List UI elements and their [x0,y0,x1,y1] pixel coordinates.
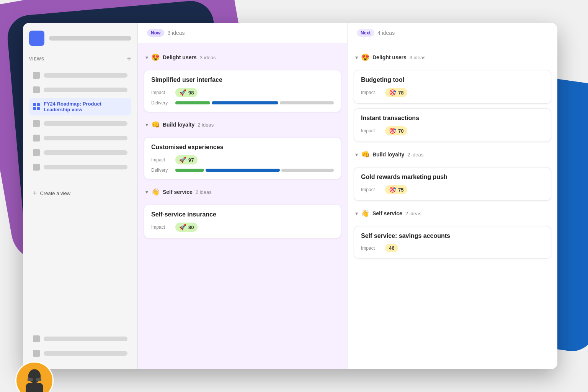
card-customised-experiences[interactable]: Customised experiences Impact 🚀 97 Deliv… [144,137,341,179]
delight-users-emoji: 😍 [151,53,160,62]
build-loyalty-name-next: Build loyalty [372,151,404,158]
card-customised-exp-impact-emoji: 🚀 [179,156,186,163]
sidebar-item-7[interactable] [29,161,131,174]
sidebar-bottom-divider [29,326,131,326]
card-self-service-ins-impact-badge: 🚀 80 [175,223,198,232]
now-column-header: Now 3 ideas [138,23,348,43]
card-instant-transactions[interactable]: Instant transactions Impact 🎯 70 [354,108,551,142]
card-customised-exp-title: Customised experiences [151,144,334,151]
sidebar-active-label: FY24 Roadmap: Product Leadership view [44,101,127,112]
group-self-service-header[interactable]: ▾ 👋 Self service 2 ideas [144,184,341,200]
sidebar-item-icon-1 [33,72,40,79]
sidebar-item-placeholder-5 [44,136,127,140]
sidebar-item-icon-5 [33,135,40,142]
main-content: Now 3 ideas Next 4 ideas ▾ 😍 Delight use… [138,23,557,369]
delivery-bar-blue-2 [206,169,280,172]
group-self-service-header-next[interactable]: ▾ 👋 Self service 2 ideas [354,205,551,221]
user-avatar[interactable] [15,361,54,392]
card-simplified-ui-impact-value: 98 [188,90,194,96]
delight-users-chevron-icon-next: ▾ [355,54,358,60]
delight-users-emoji-next: 😍 [361,53,369,62]
sidebar-bottom-item-1[interactable] [29,332,131,345]
card-self-service-ins-impact-label: Impact [151,224,172,230]
sidebar-bottom-placeholder-2 [44,351,127,356]
card-gold-rewards-impact-value: 75 [398,187,403,193]
card-customised-exp-impact-badge: 🚀 97 [175,155,198,164]
card-instant-trans-impact-label: Impact [361,128,382,133]
now-column: ▾ 😍 Delight users 3 ideas Simplified use… [138,43,348,369]
grid-icon [33,103,40,110]
now-badge: Now [147,29,164,37]
card-budgeting-tool-impact-badge: 🎯 78 [385,88,407,97]
views-section: VIEWS + FY24 Roadmap: Product Leadership… [29,55,131,314]
card-customised-exp-delivery-bar [175,169,334,172]
card-customised-exp-impact-value: 97 [188,157,194,163]
self-service-name-next: Self service [372,210,402,216]
self-service-chevron-icon-next: ▾ [355,210,358,216]
card-gold-rewards[interactable]: Gold rewards marketing push Impact 🎯 75 [354,167,551,201]
card-simplified-ui[interactable]: Simplified user interface Impact 🚀 98 De… [144,70,341,112]
views-header: VIEWS + [29,55,131,63]
card-self-service-sav-impact-value: 46 [389,245,394,251]
sidebar-item-1[interactable] [29,69,131,82]
delight-users-count: 3 ideas [200,55,216,60]
sidebar-item-6[interactable] [29,146,131,159]
sidebar-item-icon-2 [33,86,40,93]
sidebar-item-placeholder-4 [44,121,127,126]
card-self-service-savings[interactable]: Self service: savings accounts Impact 46 [354,226,551,259]
views-add-button[interactable]: + [127,55,131,63]
card-simplified-ui-impact-badge: 🚀 98 [175,88,198,97]
card-budgeting-tool-impact-value: 78 [398,90,403,96]
next-column-header: Next 4 ideas [348,23,557,43]
create-view-label: Create a view [40,190,70,196]
app-title-placeholder [49,36,131,41]
next-column: ▾ 😍 Delight users 3 ideas Budgeting tool… [348,43,557,369]
card-self-service-ins-impact-emoji: 🚀 [179,224,186,231]
sidebar-item-active[interactable]: FY24 Roadmap: Product Leadership view [29,98,131,115]
next-badge: Next [357,29,374,37]
sidebar-item-5[interactable] [29,132,131,145]
sidebar-item-2[interactable] [29,83,131,96]
card-instant-trans-impact-row: Impact 🎯 70 [361,126,544,135]
self-service-name: Self service [163,189,193,195]
card-simplified-ui-impact-row: Impact 🚀 98 [151,88,334,97]
sidebar-bottom-item-2[interactable] [29,347,131,360]
card-budgeting-tool-impact-label: Impact [361,90,382,95]
card-budgeting-tool[interactable]: Budgeting tool Impact 🎯 78 [354,70,551,104]
group-delight-users-header[interactable]: ▾ 😍 Delight users 3 ideas [144,49,341,65]
group-build-loyalty-header-next[interactable]: ▾ 👊 Build loyalty 2 ideas [354,146,551,163]
card-simplified-ui-title: Simplified user interface [151,76,334,83]
card-instant-trans-impact-value: 70 [398,128,403,134]
sidebar-item-icon-7 [33,164,40,171]
app-container: VIEWS + FY24 Roadmap: Product Leadership… [23,23,557,369]
create-view-button[interactable]: + Create a view [29,186,131,200]
app-logo [29,31,44,46]
now-count: 3 ideas [167,30,185,36]
build-loyalty-emoji: 👊 [151,120,160,129]
sidebar-bottom-placeholder-1 [44,337,127,341]
build-loyalty-name: Build loyalty [163,122,194,128]
self-service-chevron-icon: ▾ [145,189,148,195]
group-delight-users-header-next[interactable]: ▾ 😍 Delight users 3 ideas [354,49,551,65]
card-simplified-ui-impact-emoji: 🚀 [179,89,186,96]
create-view-plus-icon: + [33,189,37,197]
sidebar-item-placeholder-2 [44,88,127,92]
card-budgeting-tool-impact-row: Impact 🎯 78 [361,88,544,97]
delivery-bar-green-2 [175,169,204,172]
sidebar-divider [29,180,131,180]
sidebar-item-4[interactable] [29,117,131,130]
card-self-service-insurance[interactable]: Self-service insurance Impact 🚀 80 [144,205,341,238]
group-build-loyalty-header[interactable]: ▾ 👊 Build loyalty 2 ideas [144,117,341,133]
build-loyalty-chevron-icon-next: ▾ [355,151,358,158]
delight-users-chevron-icon: ▾ [145,54,148,60]
sidebar-item-placeholder-1 [44,73,127,78]
sidebar-bottom-icon-2 [33,350,40,357]
card-simplified-ui-impact-label: Impact [151,90,172,95]
next-count: 4 ideas [377,30,395,36]
card-self-service-sav-impact-label: Impact [361,246,382,251]
card-self-service-ins-impact-value: 80 [188,224,194,230]
build-loyalty-emoji-next: 👊 [361,150,369,159]
sidebar-bottom [29,320,131,361]
sidebar-header [29,31,131,46]
delivery-bar-green [175,101,210,104]
